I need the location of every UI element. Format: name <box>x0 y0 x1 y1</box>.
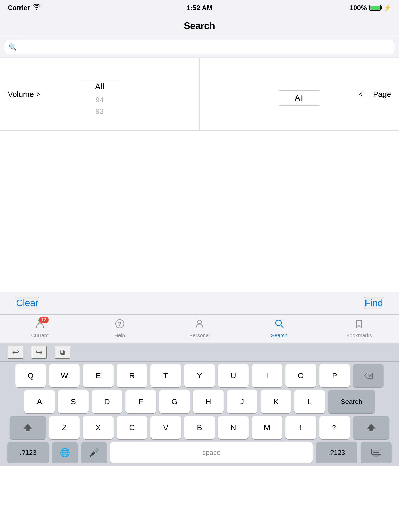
pickers-row: Volume > All 94 93 All < Page <box>0 58 399 131</box>
key-z[interactable]: Z <box>49 416 80 439</box>
key-g[interactable]: G <box>159 390 190 413</box>
tab-bookmarks-label: Bookmarks <box>346 332 372 338</box>
page-picker[interactable]: All < Page <box>200 58 399 130</box>
battery-icon <box>369 5 381 11</box>
key-123-right[interactable]: .?123 <box>316 442 357 463</box>
key-j[interactable]: J <box>227 390 257 413</box>
keyboard-row-4: .?123 🌐 🎤 space .?123 <box>0 442 399 466</box>
bookmarks-icon <box>354 319 364 331</box>
key-i[interactable]: I <box>252 364 282 387</box>
volume-label: Volume <box>8 90 34 99</box>
key-u[interactable]: U <box>218 364 249 387</box>
nav-bar: Search <box>0 16 399 36</box>
redo-button[interactable]: ↪ <box>31 346 47 359</box>
personal-icon <box>195 319 204 331</box>
key-globe[interactable]: 🌐 <box>52 442 78 463</box>
search-icon: 🔍 <box>9 43 17 51</box>
key-n[interactable]: N <box>218 416 249 439</box>
carrier-label: Carrier <box>8 4 30 12</box>
page-label: Page <box>373 90 391 99</box>
key-123-left[interactable]: .?123 <box>7 442 49 463</box>
key-o[interactable]: O <box>285 364 316 387</box>
clear-button[interactable]: Clear <box>16 297 39 309</box>
svg-line-6 <box>281 325 283 328</box>
key-a[interactable]: A <box>24 390 55 413</box>
key-exclaim[interactable]: !, <box>285 416 316 439</box>
tab-current-label: Current <box>31 332 49 338</box>
clear-find-row: Clear Find <box>0 292 399 314</box>
keyboard-row-2: A S D F G H J K L Search <box>0 390 399 413</box>
tab-current[interactable]: 12 Current <box>0 319 80 338</box>
key-h[interactable]: H <box>193 390 224 413</box>
svg-point-4 <box>198 320 201 324</box>
key-space[interactable]: space <box>110 442 313 463</box>
current-badge: 12 <box>39 317 49 323</box>
tab-personal[interactable]: Personal <box>159 319 239 338</box>
key-microphone[interactable]: 🎤 <box>81 442 107 463</box>
page-title: Search <box>184 21 215 31</box>
svg-rect-9 <box>371 449 381 455</box>
content-area: Volume > All 94 93 All < Page <box>0 58 399 292</box>
key-p[interactable]: P <box>319 364 350 387</box>
key-s[interactable]: S <box>58 390 89 413</box>
tab-help[interactable]: ? Help <box>80 319 159 338</box>
key-v[interactable]: V <box>150 416 181 439</box>
charging-icon: ⚡ <box>383 4 391 11</box>
volume-scroll: All 94 93 <box>79 71 120 117</box>
keyboard: Q W E R T Y U I O P A S D F G H J K L Se… <box>0 362 399 466</box>
key-b[interactable]: B <box>184 416 215 439</box>
key-shift-left[interactable] <box>10 416 46 439</box>
search-tab-icon <box>274 319 284 331</box>
volume-chevron: > <box>36 90 41 98</box>
key-f[interactable]: F <box>125 390 156 413</box>
key-x[interactable]: X <box>83 416 114 439</box>
keyboard-row-1: Q W E R T Y U I O P <box>0 364 399 387</box>
key-w[interactable]: W <box>49 364 80 387</box>
key-search[interactable]: Search <box>328 390 375 413</box>
current-badge-container: 12 <box>35 319 45 331</box>
key-backspace[interactable] <box>353 364 384 387</box>
key-y[interactable]: Y <box>184 364 215 387</box>
undo-button[interactable]: ↩ <box>8 346 23 359</box>
battery-percent: 100% <box>350 4 367 12</box>
page-scroll: All <box>279 83 320 106</box>
status-left: Carrier <box>8 4 40 12</box>
key-c[interactable]: C <box>117 416 147 439</box>
volume-item-93: 93 <box>80 106 119 117</box>
key-k[interactable]: K <box>261 390 291 413</box>
search-input-wrapper[interactable]: 🔍 <box>4 40 395 54</box>
tab-bookmarks[interactable]: Bookmarks <box>319 319 399 338</box>
help-icon: ? <box>115 319 125 331</box>
paste-button[interactable]: ⧉ <box>55 346 70 359</box>
tab-personal-label: Personal <box>189 332 210 338</box>
key-r[interactable]: R <box>117 364 147 387</box>
key-e[interactable]: E <box>83 364 114 387</box>
volume-item-94: 94 <box>80 94 119 106</box>
volume-picker[interactable]: Volume > All 94 93 <box>0 58 200 130</box>
status-bar: Carrier 1:52 AM 100% ⚡ <box>0 0 399 16</box>
key-q[interactable]: Q <box>15 364 46 387</box>
empty-content <box>0 131 399 292</box>
wifi-icon <box>33 4 40 12</box>
search-bar-container: 🔍 <box>0 36 399 58</box>
key-semicolon[interactable]: ?. <box>319 416 350 439</box>
keyboard-row-3: Z X C V B N M !, ?. <box>0 416 399 439</box>
status-right: 100% ⚡ <box>350 4 391 12</box>
page-chevron: < <box>358 90 363 98</box>
key-d[interactable]: D <box>92 390 122 413</box>
tab-search[interactable]: Search <box>240 319 319 338</box>
key-t[interactable]: T <box>150 364 181 387</box>
tab-bar: 12 Current ? Help Personal <box>0 314 399 343</box>
key-hide-keyboard[interactable] <box>361 442 392 463</box>
key-l[interactable]: L <box>294 390 325 413</box>
keyboard-toolbar: ↩ ↪ ⧉ <box>0 343 399 362</box>
find-button[interactable]: Find <box>364 297 383 309</box>
svg-text:?: ? <box>118 321 121 327</box>
key-shift-right[interactable] <box>353 416 389 439</box>
search-input[interactable] <box>19 43 390 51</box>
key-m[interactable]: M <box>252 416 282 439</box>
page-selected: All <box>279 90 320 106</box>
status-time: 1:52 AM <box>187 4 212 12</box>
tab-help-label: Help <box>114 332 125 338</box>
tab-search-label: Search <box>271 332 288 338</box>
